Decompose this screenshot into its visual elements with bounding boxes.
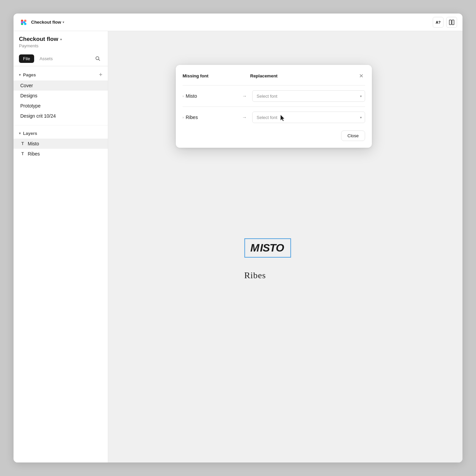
ribes-font-select-wrapper: Select font ▾	[252, 112, 365, 123]
project-subtitle: Payments	[19, 43, 102, 48]
pages-section-header: ▾ Pages +	[14, 70, 108, 79]
layers-section-title: Layers	[23, 131, 37, 136]
font-row-ribes: › Ribes → Select font ▾	[176, 107, 372, 128]
sidebar-header: Checkout flow ▾ Payments	[14, 31, 108, 51]
ribes-font-select[interactable]: Select font	[252, 112, 365, 123]
svg-point-4	[21, 21, 23, 23]
misto-font-name-cell: › Misto	[183, 93, 237, 99]
layer-item-misto[interactable]: T Misto	[14, 139, 108, 149]
sidebar-project-title: Checkout flow	[19, 36, 58, 43]
page-item[interactable]: Cover	[14, 80, 108, 91]
layout-toggle-button[interactable]	[446, 17, 457, 28]
misto-font-name: Misto	[186, 93, 197, 99]
ribes-expand-icon[interactable]: ›	[183, 116, 184, 119]
add-page-button[interactable]: +	[99, 72, 102, 78]
modal-header: Missing font Replacement ✕	[176, 65, 372, 80]
arrow-right-icon-2: →	[242, 115, 247, 120]
project-name: Checkout flow	[31, 20, 61, 25]
modal-missing-font-header: Missing font	[183, 73, 250, 78]
assets-tab[interactable]: Assets	[35, 54, 57, 63]
page-item[interactable]: Design crit 10/24	[14, 111, 108, 121]
top-bar: Checkout flow ▾ A?	[14, 14, 462, 31]
ribes-canvas-element[interactable]: Ribes	[244, 270, 291, 281]
file-tab[interactable]: File	[19, 54, 34, 63]
modal-close-button[interactable]: Close	[341, 130, 365, 141]
svg-rect-5	[23, 21, 25, 23]
search-button[interactable]	[93, 54, 102, 63]
layer-item-ribes[interactable]: T Ribes	[14, 149, 108, 159]
page-item[interactable]: Designs	[14, 91, 108, 101]
pages-section: ▾ Pages + Cover Designs Prototype Design…	[14, 66, 108, 125]
modal-close-icon[interactable]: ✕	[357, 72, 365, 80]
top-bar-actions: A?	[433, 17, 457, 28]
ribes-font-name-cell: › Ribes	[183, 115, 237, 120]
project-name-area[interactable]: Checkout flow ▾	[31, 20, 64, 25]
misto-canvas-text: MISTO	[250, 242, 285, 254]
misto-font-select[interactable]: Select font	[252, 90, 365, 102]
layers-section: ▾ Layers T Misto T Ribes	[14, 125, 108, 462]
text-layer-icon: T	[20, 141, 25, 146]
sidebar-title-chevron-icon: ▾	[60, 38, 62, 41]
arrow-right-icon: →	[242, 93, 247, 99]
translate-button[interactable]: A?	[433, 17, 444, 28]
misto-canvas-element[interactable]: MISTO	[244, 238, 291, 258]
project-chevron-icon: ▾	[63, 20, 64, 24]
svg-rect-7	[452, 20, 454, 25]
sidebar-tabs: File Assets	[14, 51, 108, 66]
pages-section-title: Pages	[23, 72, 36, 77]
ribes-font-name: Ribes	[186, 115, 198, 120]
layers-toggle-icon[interactable]: ▾	[19, 131, 21, 136]
misto-font-select-wrapper: Select font ▾	[252, 90, 365, 102]
font-row-misto: › Misto → Select font ▾	[176, 86, 372, 106]
ribes-canvas-text: Ribes	[244, 270, 266, 280]
text-layer-icon: T	[20, 151, 25, 156]
project-title-area[interactable]: Checkout flow ▾	[19, 36, 102, 43]
canvas-area: Missing font Replacement ✕ › Misto → Sel…	[108, 31, 462, 462]
figma-logo	[19, 18, 28, 27]
misto-expand-icon[interactable]: ›	[183, 94, 184, 98]
pages-toggle-icon[interactable]: ▾	[19, 73, 21, 77]
layers-section-header: ▾ Layers	[14, 129, 108, 137]
missing-font-modal: Missing font Replacement ✕ › Misto → Sel…	[176, 65, 372, 148]
modal-replacement-header: Replacement	[250, 73, 357, 78]
canvas-content: MISTO Ribes	[244, 238, 291, 281]
modal-footer: Close	[176, 128, 372, 148]
svg-rect-6	[449, 20, 451, 25]
sidebar: Checkout flow ▾ Payments File Assets	[14, 31, 108, 462]
page-item[interactable]: Prototype	[14, 101, 108, 111]
svg-line-9	[99, 60, 100, 61]
